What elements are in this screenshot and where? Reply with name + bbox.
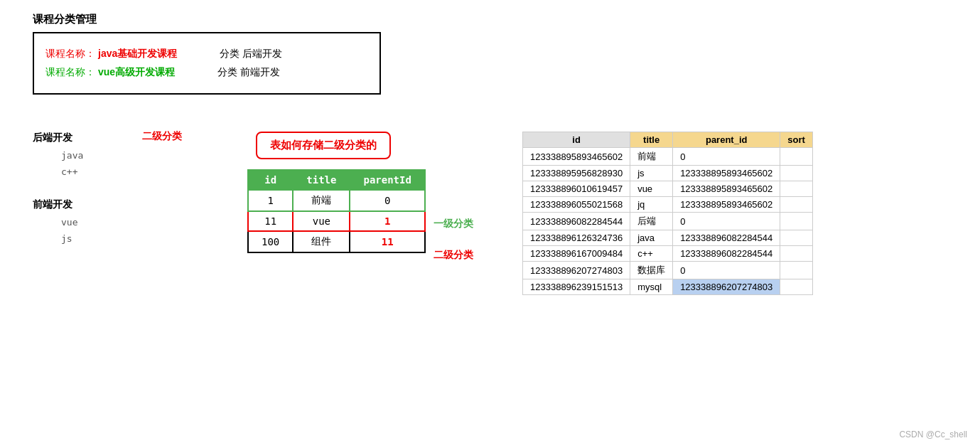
dt-row3-id: 123338896010619457: [523, 181, 630, 197]
cat-table: id title parentId 1 前端 0 11 vue 1 100 组件…: [247, 169, 426, 253]
dt-row9-title: mysql: [630, 279, 673, 295]
course-name-1: java基础开发课程: [98, 48, 177, 60]
dt-row8-id: 123338896207274803: [523, 262, 630, 279]
data-table: id title parent_id sort 1233388958934656…: [522, 132, 813, 295]
table-row: 123338896167009484 c++ 12333889608228454…: [523, 246, 813, 262]
cat-row3-id: 100: [248, 231, 293, 252]
cat-row2-title: vue: [293, 211, 350, 231]
cat-row3-parentid: 11: [350, 231, 424, 252]
dt-header-parent-id: parent_id: [673, 132, 780, 148]
dt-row6-title: java: [630, 230, 673, 246]
dt-row9-parent-id: 123338896207274803: [673, 279, 780, 295]
tree-node-backend-title: 后端开发: [33, 132, 83, 144]
tree-node-frontend-title: 前端开发: [33, 198, 83, 211]
cat-row1-title: 前端: [293, 190, 350, 211]
table-row: 1 前端 0: [248, 190, 425, 211]
dt-row2-title: js: [630, 166, 673, 181]
dt-row6-sort: [780, 230, 813, 246]
cat-table-header-parentid: parentId: [350, 170, 424, 190]
dt-row7-id: 123338896167009484: [523, 246, 630, 262]
label-erjifenlei: 二级分类: [142, 130, 182, 143]
course-category-label-1: 分类: [220, 48, 239, 60]
cat-row1-id: 1: [248, 190, 293, 211]
table-row: 123338896239151513 mysql 123338896207274…: [523, 279, 813, 295]
cat-row2-parentid: 1: [350, 211, 424, 231]
course-box: 课程名称： java基础开发课程 分类 后端开发 课程名称： vue高级开发课程…: [33, 32, 381, 95]
dt-row9-sort: [780, 279, 813, 295]
dt-row5-parent-id: 0: [673, 213, 780, 230]
table-row: 123338895893465602 前端 0: [523, 148, 813, 166]
tree-node-cpp: c++: [61, 166, 83, 177]
dt-row5-id: 123338896082284544: [523, 213, 630, 230]
dt-row4-title: jq: [630, 197, 673, 213]
dt-row3-sort: [780, 181, 813, 197]
label-yijifenlei: 一级分类: [434, 218, 473, 230]
watermark: CSDN @Cc_shell: [899, 430, 967, 439]
dt-row5-sort: [780, 213, 813, 230]
dt-row5-title: 后端: [630, 213, 673, 230]
table-row: 123338896055021568 jq 123338895893465602: [523, 197, 813, 213]
cat-row3-title: 组件: [293, 231, 350, 252]
dt-row4-sort: [780, 197, 813, 213]
table-row: 123338896082284544 后端 0: [523, 213, 813, 230]
dt-row1-id: 123338895893465602: [523, 148, 630, 166]
course-category-value-2: 前端开发: [240, 66, 280, 79]
tree-node-backend: 后端开发 java c++: [33, 132, 83, 177]
dt-row6-id: 123338896126324736: [523, 230, 630, 246]
dt-header-title: title: [630, 132, 673, 148]
cat-table-header-title: title: [293, 170, 350, 190]
course-label-2: 课程名称：: [45, 66, 95, 79]
dt-row8-parent-id: 0: [673, 262, 780, 279]
dt-row1-parent-id: 0: [673, 148, 780, 166]
dt-row4-parent-id: 123338895893465602: [673, 197, 780, 213]
cat-table-header-id: id: [248, 170, 293, 190]
dt-row2-id: 123338895956828930: [523, 166, 630, 181]
tree-node-java: java: [61, 150, 83, 161]
dt-row7-sort: [780, 246, 813, 262]
dt-row1-sort: [780, 148, 813, 166]
course-item-1: 课程名称： java基础开发课程 分类 后端开发: [45, 48, 368, 60]
course-category-label-2: 分类: [217, 66, 237, 79]
dt-row6-parent-id: 123338896082284544: [673, 230, 780, 246]
page-title: 课程分类管理: [33, 13, 97, 26]
dt-row1-title: 前端: [630, 148, 673, 166]
dt-row2-sort: [780, 166, 813, 181]
tree-node-vue: vue: [61, 217, 83, 228]
dt-row2-parent-id: 123338895893465602: [673, 166, 780, 181]
tree-section: 后端开发 java c++ 前端开发 vue js: [33, 132, 83, 265]
dt-row8-sort: [780, 262, 813, 279]
cat-row2-id: 11: [248, 211, 293, 231]
callout-box: 表如何存储二级分类的: [256, 132, 391, 159]
table-row: 11 vue 1: [248, 211, 425, 231]
table-row: 100 组件 11: [248, 231, 425, 252]
tree-node-js: js: [61, 233, 83, 244]
dt-header-sort: sort: [780, 132, 813, 148]
dt-row9-id: 123338896239151513: [523, 279, 630, 295]
label-erjifenlei2: 二级分类: [434, 249, 473, 262]
table-row: 123338896207274803 数据库 0: [523, 262, 813, 279]
dt-row3-parent-id: 123338895893465602: [673, 181, 780, 197]
tree-node-frontend: 前端开发 vue js: [33, 198, 83, 244]
course-category-value-1: 后端开发: [242, 48, 282, 60]
cat-row1-parentid: 0: [350, 190, 424, 211]
course-name-2: vue高级开发课程: [98, 66, 175, 79]
dt-header-id: id: [523, 132, 630, 148]
dt-row7-title: c++: [630, 246, 673, 262]
dt-row8-title: 数据库: [630, 262, 673, 279]
dt-row4-id: 123338896055021568: [523, 197, 630, 213]
dt-row7-parent-id: 123338896082284544: [673, 246, 780, 262]
table-row: 123338896126324736 java 1233388960822845…: [523, 230, 813, 246]
course-label-1: 课程名称：: [45, 48, 95, 60]
table-row: 123338896010619457 vue 12333889589346560…: [523, 181, 813, 197]
course-item-2: 课程名称： vue高级开发课程 分类 前端开发: [45, 66, 368, 79]
table-row: 123338895956828930 js 123338895893465602: [523, 166, 813, 181]
dt-row3-title: vue: [630, 181, 673, 197]
